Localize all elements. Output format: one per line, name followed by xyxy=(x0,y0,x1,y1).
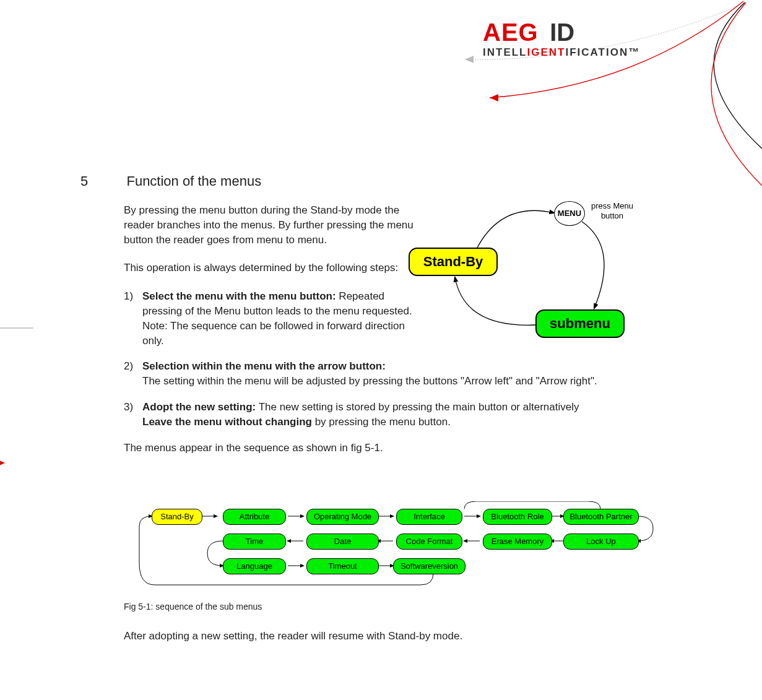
brand-aeg: AEG xyxy=(483,19,539,46)
press-menu-label: press Menu button xyxy=(591,201,633,220)
step-3: 3) Adopt the new setting: The new settin… xyxy=(124,400,638,430)
brand-id: ID xyxy=(550,19,574,46)
closing-paragraph: After adopting a new setting, the reader… xyxy=(124,630,462,642)
menu-button-node: MENU xyxy=(554,201,585,226)
standby-node: Stand-By xyxy=(409,248,498,276)
seq-bluetooth-partner: Bluetooth Partner xyxy=(563,509,639,525)
step-1: 1) Select the menu with the menu button:… xyxy=(124,289,427,348)
margin-marker-icon xyxy=(0,459,5,467)
seq-language: Language xyxy=(223,558,286,574)
seq-lock-up: Lock Up xyxy=(563,534,639,550)
seq-standby: Stand-By xyxy=(152,509,202,525)
margin-divider xyxy=(0,327,33,329)
steps-lead: This operation is always determined by t… xyxy=(124,261,415,275)
seq-date: Date xyxy=(306,534,379,550)
intro-paragraph: By pressing the menu button during the S… xyxy=(124,203,415,247)
seq-operating-mode: Operating Mode xyxy=(306,509,379,525)
seq-erase-memory: Erase Memory xyxy=(483,534,552,550)
submenu-node: submenu xyxy=(535,309,625,338)
seq-attribute: Attribute xyxy=(223,509,286,525)
seq-bluetooth-role: Bluetooth Role xyxy=(483,509,552,525)
seq-code-format: Code Format xyxy=(396,534,462,550)
figure-caption: Fig 5-1: sequence of the sub menus xyxy=(124,602,262,611)
brand-logo: AEG ID INTELLIGENTIFICATION™ xyxy=(483,19,640,59)
svg-marker-0 xyxy=(465,56,474,63)
section-title: Function of the menus xyxy=(126,173,261,189)
submenu-sequence-diagram: Stand-By Attribute Operating Mode Interf… xyxy=(130,501,662,600)
document-page: AEG ID INTELLIGENTIFICATION™ 5 Function … xyxy=(0,0,762,700)
brand-tagline: INTELLIGENTIFICATION™ xyxy=(483,46,640,59)
svg-marker-1 xyxy=(490,94,498,102)
menu-cycle-diagram: MENU press Menu button Stand-By submenu xyxy=(409,192,656,353)
section-number: 5 xyxy=(80,173,124,189)
step-2: 2) Selection within the menu with the ar… xyxy=(124,359,638,389)
seq-time: Time xyxy=(223,534,286,550)
seq-interface: Interface xyxy=(396,509,462,525)
sequence-intro: The menus appear in the sequence as show… xyxy=(124,441,638,456)
seq-softwareversion: Softwareversion xyxy=(393,558,465,574)
seq-timeout: Timeout xyxy=(306,558,379,574)
